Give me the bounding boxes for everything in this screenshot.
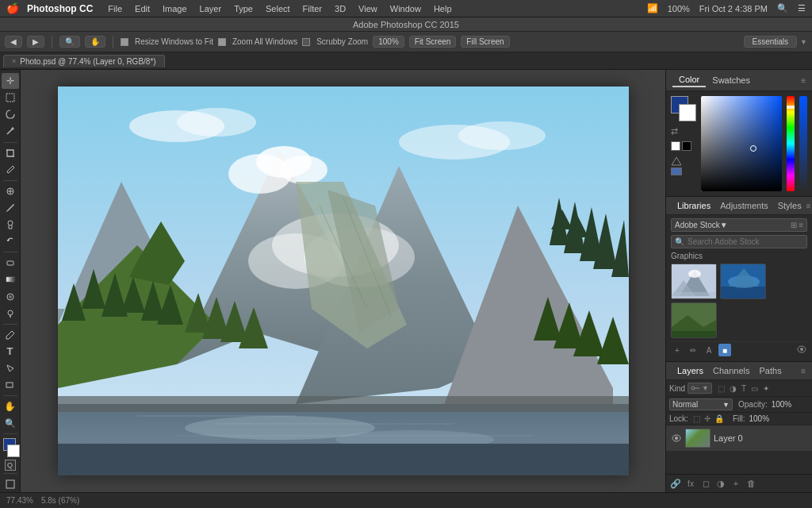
color-gradient-field[interactable]: [701, 96, 782, 191]
layer-style-btn[interactable]: fx: [684, 477, 697, 490]
layer-item-0[interactable]: Layer 0: [666, 425, 812, 452]
layers-panel-menu[interactable]: ≡: [801, 367, 806, 375]
canvas-area[interactable]: [21, 70, 665, 492]
libs-add-icon[interactable]: +: [671, 344, 684, 356]
spotlight-icon[interactable]: 🔍: [777, 3, 788, 13]
kind-text-btn[interactable]: T: [740, 383, 748, 394]
menu-edit[interactable]: Edit: [129, 2, 155, 15]
tool-shape[interactable]: [2, 377, 19, 393]
alpha-bar[interactable]: [799, 96, 807, 191]
zoom-tool-icon[interactable]: 🔍: [59, 36, 80, 48]
tool-gradient[interactable]: [2, 271, 19, 287]
screen-mode-btn[interactable]: [2, 476, 19, 492]
libs-text-icon[interactable]: A: [703, 344, 715, 356]
tab-libraries[interactable]: Libraries: [672, 199, 715, 212]
tab-channels[interactable]: Channels: [708, 364, 754, 377]
menu-extra-icon[interactable]: ☰: [798, 3, 806, 13]
libraries-panel-menu[interactable]: ≡: [806, 202, 811, 210]
menu-file[interactable]: File: [102, 2, 128, 15]
kind-adjust-btn[interactable]: ◑: [728, 383, 738, 394]
layer-mask-btn[interactable]: ◻: [699, 477, 712, 490]
tool-eyedropper[interactable]: [2, 162, 19, 178]
libraries-search-input[interactable]: [688, 237, 803, 246]
hand-tool-icon[interactable]: ✋: [85, 36, 105, 48]
menu-window[interactable]: Window: [385, 2, 427, 15]
kind-smart-btn[interactable]: ✦: [761, 383, 771, 394]
tool-crop[interactable]: [2, 144, 19, 160]
tab-paths[interactable]: Paths: [755, 364, 787, 377]
delete-layer-btn[interactable]: 🗑: [745, 477, 757, 490]
menu-image[interactable]: Image: [157, 2, 193, 15]
libs-eye-icon[interactable]: [796, 344, 807, 356]
color-panel-close[interactable]: ≡: [801, 76, 806, 85]
tool-pen[interactable]: [2, 327, 19, 343]
tool-marquee[interactable]: [2, 90, 19, 106]
swap-colors-btn[interactable]: ⇄: [671, 126, 696, 137]
lock-pixel-btn[interactable]: ⬚: [693, 414, 700, 423]
tool-magic-wand[interactable]: [2, 123, 19, 139]
libs-grid-view-btn[interactable]: ⊞: [791, 221, 797, 229]
menu-layer[interactable]: Layer: [194, 2, 228, 15]
color-picker-gradient[interactable]: [701, 96, 782, 191]
tool-path-select[interactable]: [2, 360, 19, 376]
scrubby-zoom-checkbox[interactable]: [302, 38, 310, 46]
tool-healing[interactable]: [2, 183, 19, 199]
library-thumb-mountain[interactable]: [671, 264, 717, 299]
libs-active-icon[interactable]: ■: [718, 344, 731, 356]
menu-3d[interactable]: 3D: [329, 2, 351, 15]
tool-move[interactable]: ✛: [2, 73, 19, 89]
file-tab[interactable]: × Photo.psd @ 77.4% (Layer 0, RGB/8*): [3, 55, 165, 67]
tool-brush[interactable]: [2, 200, 19, 216]
tool-zoom[interactable]: 🔍: [2, 415, 19, 431]
canvas-image[interactable]: [58, 87, 629, 475]
tool-text[interactable]: T: [2, 344, 19, 360]
white-swatch[interactable]: [671, 141, 680, 151]
library-thumb-water[interactable]: [720, 264, 766, 299]
tab-color[interactable]: Color: [672, 73, 706, 87]
libs-list-view-btn[interactable]: ≡: [799, 221, 803, 229]
tab-close-icon[interactable]: ×: [12, 57, 16, 65]
tool-blur[interactable]: [2, 288, 19, 304]
library-thumb-landscape[interactable]: [671, 302, 717, 338]
tool-lasso[interactable]: [2, 106, 19, 122]
background-color[interactable]: [7, 444, 20, 457]
fit-screen-btn[interactable]: Fit Screen: [409, 36, 457, 48]
link-layers-btn[interactable]: 🔗: [669, 477, 682, 490]
tool-eraser[interactable]: [2, 255, 19, 271]
kind-shape-btn[interactable]: ▭: [749, 383, 760, 394]
menu-view[interactable]: View: [353, 2, 383, 15]
tab-swatches[interactable]: Swatches: [706, 74, 756, 87]
libraries-dropdown[interactable]: Adobe Stock ▼ ⊞ ≡: [671, 218, 807, 232]
tool-hand[interactable]: ✋: [2, 398, 19, 414]
libs-brush-icon[interactable]: ✏: [687, 344, 699, 356]
tool-stamp[interactable]: [2, 217, 19, 233]
tab-adjustments[interactable]: Adjustments: [715, 199, 773, 212]
hue-bar[interactable]: [787, 96, 795, 191]
menu-select[interactable]: Select: [260, 2, 296, 15]
tool-history-brush[interactable]: [2, 233, 19, 249]
fill-screen-btn[interactable]: Fill Screen: [461, 36, 509, 48]
tab-styles[interactable]: Styles: [773, 199, 806, 212]
lock-position-btn[interactable]: ✛: [704, 414, 710, 423]
tool-dodge[interactable]: [2, 306, 19, 321]
workspace-selector[interactable]: Essentials: [744, 36, 798, 48]
lock-all-btn[interactable]: 🔒: [714, 414, 724, 423]
menu-help[interactable]: Help: [428, 2, 458, 15]
new-fill-layer-btn[interactable]: ◑: [714, 477, 727, 490]
menu-type[interactable]: Type: [228, 2, 259, 15]
bg-color-swatch[interactable]: [679, 104, 696, 121]
zoom-all-checkbox[interactable]: [218, 38, 226, 46]
quick-mask-btn[interactable]: Q: [5, 460, 16, 471]
kind-pixel-btn[interactable]: ⬚: [716, 383, 726, 394]
new-layer-btn[interactable]: +: [730, 477, 742, 490]
tab-layers[interactable]: Layers: [672, 364, 708, 377]
apple-menu[interactable]: 🍎: [6, 2, 19, 14]
black-swatch[interactable]: [682, 141, 691, 151]
history-back-btn[interactable]: ◀: [5, 36, 22, 48]
menu-filter[interactable]: Filter: [297, 2, 327, 15]
layer-eye-btn[interactable]: [671, 433, 682, 444]
blend-mode-dropdown[interactable]: Normal ▼: [669, 398, 733, 410]
history-forward-btn[interactable]: ▶: [27, 36, 44, 48]
kind-dropdown[interactable]: ▼: [688, 383, 712, 394]
resize-windows-checkbox[interactable]: [121, 38, 128, 46]
